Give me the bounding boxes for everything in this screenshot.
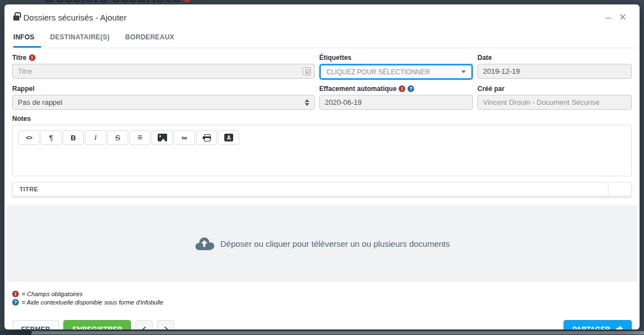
- effacement-input[interactable]: [319, 95, 473, 110]
- required-icon: !: [399, 85, 405, 92]
- rappel-select-value: Pas de rappel: [18, 98, 62, 106]
- documents-table-header: TITRE: [12, 182, 632, 196]
- tab-bar: INFOS DESTINATAIRE(S) BORDEREAUX: [10, 27, 634, 48]
- print-icon[interactable]: [196, 130, 217, 145]
- cree-par-input: [477, 95, 632, 110]
- cree-par-label: Créé par: [477, 85, 632, 93]
- form-grid: Titre ! Étiquettes CLIQUEZ POUR SÉLECTIO…: [12, 54, 632, 110]
- help-icon: ?: [12, 299, 19, 306]
- chevron-right-icon: [163, 327, 168, 329]
- field-titre: Titre !: [12, 54, 315, 80]
- dialog-dossiers-securises: Dossiers sécurisés - Ajouter – × INFOS D…: [4, 4, 640, 329]
- minimize-icon[interactable]: –: [605, 12, 611, 23]
- rappel-select[interactable]: Pas de rappel: [12, 95, 315, 110]
- insert-link-icon[interactable]: ∞: [174, 130, 195, 145]
- legend: ! = Champs obligatoires ? = Aide context…: [12, 291, 632, 306]
- legend-required: ! = Champs obligatoires: [12, 291, 632, 297]
- font-style-badge-icon[interactable]: A: [218, 130, 239, 145]
- tab-infos[interactable]: INFOS: [13, 32, 41, 48]
- horizontal-scrollbar[interactable]: [32, 331, 644, 334]
- notes-editor[interactable]: <> ¶ B I S ≡ ∞ A: [12, 125, 632, 176]
- rappel-label: Rappel: [12, 85, 315, 93]
- close-icon[interactable]: ×: [619, 11, 626, 23]
- unordered-list-icon[interactable]: ≡: [129, 130, 150, 145]
- date-label: Date: [477, 54, 632, 62]
- titre-input[interactable]: [12, 64, 315, 79]
- select-arrows-icon: [305, 99, 309, 106]
- etiquettes-label: Étiquettes: [319, 54, 473, 62]
- field-date: Date: [477, 54, 632, 80]
- field-rappel: Rappel Pas de rappel: [12, 85, 315, 110]
- tab-panel-infos: Titre ! Étiquettes CLIQUEZ POUR SÉLECTIO…: [10, 48, 634, 329]
- footer-actions: FERMER ENREGISTRER PARTAGER: [12, 320, 632, 329]
- date-input[interactable]: [477, 64, 632, 79]
- paragraph-style-icon[interactable]: ¶: [41, 130, 62, 145]
- column-header-actions: [608, 182, 631, 196]
- legend-help: ? = Aide contextuelle disponible sous fo…: [12, 299, 632, 306]
- effacement-label: Effacement automatique ! ?: [319, 85, 473, 93]
- field-notes: Notes <> ¶ B I S ≡ ∞ A: [12, 115, 632, 176]
- field-cree-par: Créé par: [477, 85, 632, 110]
- fermer-button[interactable]: FERMER: [12, 320, 59, 329]
- field-etiquettes: Étiquettes CLIQUEZ POUR SÉLECTIONNER: [319, 54, 473, 80]
- file-dropzone[interactable]: Déposer ou cliquer pour téléverser un ou…: [7, 205, 637, 282]
- chevron-down-icon: [461, 70, 466, 73]
- next-button[interactable]: [157, 320, 174, 329]
- chevron-left-icon: [143, 327, 148, 329]
- code-view-icon[interactable]: <>: [18, 130, 39, 145]
- editor-toolbar: <> ¶ B I S ≡ ∞ A: [18, 130, 626, 145]
- required-icon: !: [12, 291, 19, 297]
- previous-button[interactable]: [135, 320, 153, 329]
- cloud-upload-icon: [194, 237, 214, 250]
- partager-button[interactable]: PARTAGER: [564, 320, 632, 329]
- insert-image-icon[interactable]: [152, 130, 173, 145]
- lock-icon: [13, 16, 19, 21]
- strikethrough-icon[interactable]: S: [107, 130, 128, 145]
- titre-label: Titre !: [12, 54, 315, 62]
- field-effacement: Effacement automatique ! ?: [319, 85, 473, 110]
- background-required-mark: [184, 0, 189, 2]
- help-icon[interactable]: ?: [407, 85, 414, 92]
- window-controls: – ×: [605, 11, 631, 23]
- etiquettes-select[interactable]: CLIQUEZ POUR SÉLECTIONNER: [319, 64, 473, 80]
- background-corner: [0, 331, 32, 335]
- enregistrer-button[interactable]: ENREGISTRER: [63, 320, 131, 329]
- bold-icon[interactable]: B: [63, 130, 84, 145]
- dialog-title: Dossiers sécurisés - Ajouter: [23, 13, 127, 22]
- column-header-titre[interactable]: TITRE: [13, 182, 608, 196]
- italic-icon[interactable]: I: [85, 130, 106, 145]
- dropzone-text: Déposer ou cliquer pour téléverser un ou…: [220, 239, 450, 248]
- required-icon: !: [29, 54, 36, 61]
- autofill-extension-icon[interactable]: [303, 67, 311, 75]
- tab-destinataires[interactable]: DESTINATAIRE(S): [50, 32, 116, 48]
- dialog-header: Dossiers sécurisés - Ajouter – ×: [10, 4, 634, 27]
- tab-bordereaux[interactable]: BORDEREAUX: [125, 32, 181, 48]
- notes-label: Notes: [12, 115, 632, 123]
- share-icon: [615, 326, 623, 329]
- etiquettes-select-value: CLIQUEZ POUR SÉLECTIONNER: [326, 68, 430, 76]
